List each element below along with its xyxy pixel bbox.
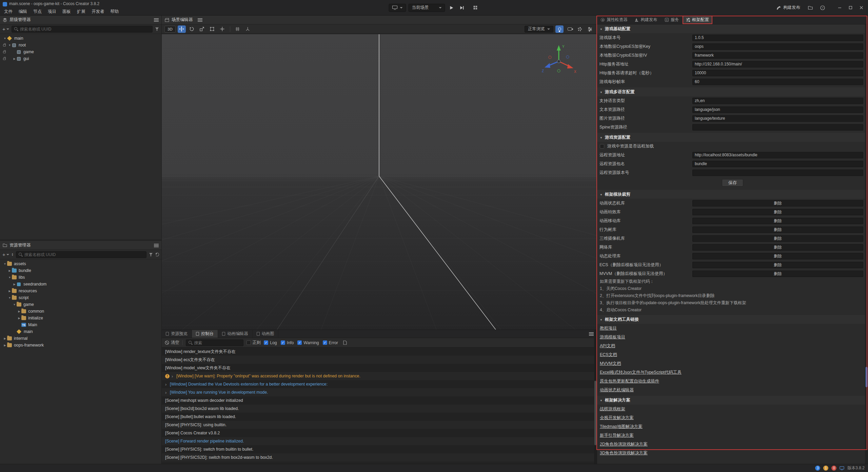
field-input[interactable] [692, 35, 863, 41]
lock-icon[interactable] [3, 51, 6, 53]
log-row[interactable]: [Window] render_texture文件夹不存在 [162, 348, 597, 356]
panel-menu-icon[interactable] [589, 332, 594, 336]
hierarchy-node-row[interactable]: main [0, 35, 161, 42]
camera-preview-button[interactable] [566, 25, 574, 33]
expand-arrow-icon[interactable] [7, 267, 12, 274]
menu-item[interactable]: 项目 [45, 8, 59, 16]
asset-row[interactable]: seedrandom [0, 281, 161, 288]
asset-row[interactable]: bundle [0, 267, 161, 274]
log-row[interactable]: [Window] You are running Vue in developm… [162, 388, 597, 396]
expand-arrow-icon[interactable] [12, 301, 17, 308]
inspector-tab[interactable]: 服务 [661, 16, 683, 24]
hierarchy-search-input[interactable] [20, 27, 150, 32]
doc-link[interactable]: 教程项目 [597, 324, 868, 333]
field-input[interactable] [692, 43, 863, 50]
create-asset-button[interactable] [2, 253, 9, 257]
field-input[interactable] [692, 152, 863, 158]
lighting-toggle-button[interactable] [555, 25, 564, 33]
menu-item[interactable]: 编辑 [16, 8, 30, 16]
help-button[interactable]: ? [818, 4, 827, 12]
gizmo-toggle-button[interactable] [244, 25, 252, 33]
lock-icon[interactable] [3, 58, 6, 60]
log-row[interactable]: [Scene] [PHYSICS]: using builtin. [162, 421, 597, 429]
project-folder-button[interactable] [806, 4, 814, 12]
field-input[interactable] [692, 161, 863, 167]
expand-arrow-icon[interactable] [3, 260, 7, 268]
field-input[interactable] [692, 79, 863, 85]
section-header-basic[interactable]: 游戏基础配置 [597, 24, 868, 33]
panel-menu-icon[interactable] [198, 18, 202, 22]
inspector-tab[interactable]: 属性检查器 [597, 16, 631, 24]
asset-row[interactable]: game [0, 301, 161, 308]
scrollbar-thumb[interactable] [866, 367, 868, 387]
section-header-solutions[interactable]: 框架解决方案 [597, 396, 868, 405]
save-button[interactable]: 保存 [722, 179, 743, 186]
log-row[interactable]: [Scene] [box2d]:box2d wasm lib loaded. [162, 405, 597, 413]
solution-link[interactable]: 新手引导解决方案 [597, 431, 868, 440]
log-row[interactable]: [Window] model_view文件夹不存在 [162, 364, 597, 372]
field-input[interactable] [692, 61, 863, 67]
delete-button[interactable]: 删除 [692, 253, 863, 259]
log-row[interactable]: [Scene] [bullet]:bullet wasm lib loaded. [162, 413, 597, 421]
lock-icon[interactable] [3, 44, 6, 46]
asset-row[interactable]: common [0, 308, 161, 315]
filter-checkbox[interactable] [297, 340, 302, 345]
delete-button[interactable]: 删除 [692, 244, 863, 251]
rotate-tool-button[interactable] [188, 25, 196, 33]
doc-link[interactable]: 游戏模板项目 [597, 333, 868, 341]
expand-arrow-icon[interactable] [17, 308, 21, 315]
field-input[interactable] [692, 115, 863, 122]
doc-link[interactable]: API文档 [597, 341, 868, 350]
field-input[interactable] [692, 124, 863, 131]
sort-icon[interactable] [12, 253, 14, 256]
expand-arrow-icon[interactable] [7, 41, 12, 49]
log-filter[interactable]: Log [264, 340, 277, 345]
solution-link[interactable]: 2D角色扮演游戏解决方案 [597, 440, 868, 449]
build-publish-button[interactable]: 构建发布 [774, 3, 802, 12]
move-tool-button[interactable] [178, 25, 186, 33]
hierarchy-node-row[interactable]: game [0, 48, 161, 55]
play-button[interactable] [448, 4, 456, 12]
expand-arrow-icon[interactable] [7, 274, 12, 281]
refresh-icon[interactable] [155, 253, 159, 256]
log-filter[interactable]: Warning [297, 340, 319, 345]
delete-button[interactable]: 删除 [692, 200, 863, 206]
expand-arrow-icon[interactable] [7, 294, 12, 301]
warning-count-badge[interactable]: 1 [823, 466, 828, 471]
create-node-button[interactable] [2, 27, 9, 31]
device-select[interactable] [389, 4, 406, 12]
scrollbar-thumb[interactable] [594, 381, 596, 445]
assets-search[interactable] [16, 251, 146, 258]
doc-link[interactable]: ECS文档 [597, 350, 868, 359]
delete-button[interactable]: 删除 [692, 227, 863, 233]
section-header-modules[interactable]: 框架模块裁剪 [597, 190, 868, 199]
field-input[interactable] [692, 52, 863, 59]
delete-button[interactable]: 删除 [692, 209, 863, 215]
regex-checkbox[interactable] [246, 340, 251, 345]
filter-icon[interactable] [155, 27, 159, 31]
solution-link[interactable]: 3D角色扮演游戏解决方案 [597, 449, 868, 457]
console-tab[interactable]: 动画图 [253, 330, 279, 338]
minimize-button[interactable] [834, 3, 845, 13]
field-input[interactable] [692, 98, 863, 104]
delete-button[interactable]: 删除 [692, 262, 863, 268]
solution-link[interactable]: Tiledmap地图解决方案 [597, 422, 868, 431]
log-row[interactable]: [Scene] [PHYSICS2D]: switch from box2d-w… [162, 453, 597, 461]
log-row[interactable]: [Scene] [PHYSICS]: switch from builtin t… [162, 445, 597, 453]
expand-arrow-icon[interactable] [12, 55, 17, 62]
solution-link[interactable]: 战棋游戏框架 [597, 405, 868, 413]
axis-gizmo[interactable]: Y X Z [538, 42, 579, 79]
log-expander-icon[interactable] [165, 390, 169, 395]
rect-tool-button[interactable] [208, 25, 216, 33]
console-tab[interactable]: 资源预览 [162, 330, 192, 338]
inspector-scrollbar[interactable] [865, 24, 868, 464]
section-header-resources[interactable]: 游戏资源配置 [597, 133, 868, 142]
asset-row[interactable]: internal [0, 335, 161, 342]
asset-row[interactable]: libs [0, 274, 161, 281]
log-filter[interactable]: Error [323, 340, 338, 345]
grid-snap-button[interactable] [234, 25, 242, 33]
maximize-button[interactable] [845, 3, 856, 13]
console-tab[interactable]: 控制台 [192, 330, 218, 338]
section-header-language[interactable]: 游戏多语言配置 [597, 87, 868, 96]
filter-icon[interactable] [149, 253, 153, 257]
